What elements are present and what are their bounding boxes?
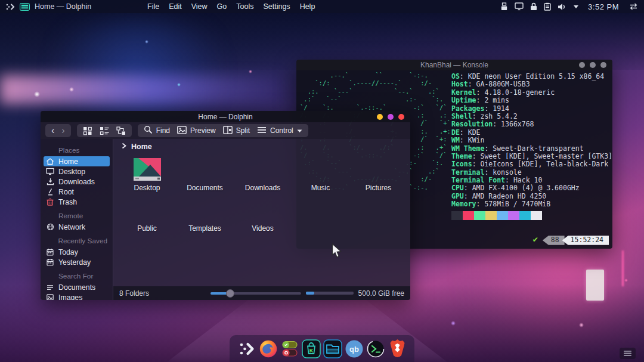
folder-view[interactable]: Home Desktop Documents [113, 139, 410, 300]
hamburger-icon [257, 126, 267, 135]
dock-item-discover[interactable]: K [301, 337, 321, 361]
control-button[interactable]: Control [257, 126, 302, 135]
dock-item-file-manager[interactable] [323, 337, 343, 361]
back-button[interactable]: ‹ [51, 126, 54, 135]
tree-view-button[interactable] [116, 126, 126, 135]
tray-item-volume[interactable] [558, 3, 566, 11]
menu-help[interactable]: Help [300, 2, 315, 11]
dolphin-window-button[interactable] [398, 114, 404, 120]
tray-item-tray-expand[interactable] [573, 4, 579, 9]
konsole-window-button[interactable] [579, 62, 585, 68]
palette-swatch [497, 211, 508, 220]
dock-item-app-launcher[interactable] [237, 337, 257, 361]
clock[interactable]: 3:52 PM [588, 2, 619, 11]
dolphin-titlebar[interactable]: Home — Dolphin [41, 111, 410, 122]
dolphin-app-icon[interactable] [20, 3, 30, 11]
sidebar-yesterday[interactable]: Yesterday [44, 257, 110, 267]
doc-lines-icon [46, 284, 54, 291]
find-button[interactable]: Find [144, 125, 170, 136]
dock-item-firefox[interactable] [258, 337, 278, 361]
network-globe-icon [46, 223, 54, 231]
folder-item-pictures[interactable]: Pictures [349, 156, 407, 196]
palette-swatch [531, 211, 542, 220]
folder-item-downloads[interactable]: Downloads [234, 156, 292, 196]
tray-item-clipboard[interactable] [544, 2, 551, 11]
icons-view-button[interactable] [83, 126, 92, 135]
sidebar-root[interactable]: Root [44, 187, 110, 197]
konsole-window-button[interactable] [600, 62, 606, 68]
nav-buttons-group: ‹ › [45, 124, 71, 137]
free-space-label: 500.0 GiB free [358, 289, 404, 298]
konsole-window-button[interactable] [590, 62, 596, 68]
toolbox-lines-icon [623, 350, 632, 357]
folder-item-desktop[interactable]: Desktop [118, 156, 176, 196]
dock-item-konsole[interactable] [366, 337, 386, 361]
capacity-bar [306, 292, 354, 295]
sidebar-desktop[interactable]: Desktop [44, 166, 110, 177]
folder-item-videos[interactable]: Videos [234, 196, 292, 237]
sidebar-documents[interactable]: Documents [44, 282, 110, 292]
neofetch-line-gpu: GPU: AMD Radeon HD 4250 [451, 193, 612, 200]
split-button[interactable]: Split [223, 126, 250, 136]
breadcrumb-location[interactable]: Home [131, 143, 152, 151]
calendar-icon [46, 258, 54, 266]
dolphin-window-button[interactable] [377, 114, 383, 120]
neofetch-line-theme: Theme: Sweet [KDE], Sweet-master [GTK3] [451, 153, 612, 160]
neofetch-line-memory: Memory: 578MiB / 7470MiB [451, 200, 612, 208]
neofetch-line-wm: WM: KWin [451, 137, 612, 144]
zoom-slider-knob[interactable] [226, 289, 234, 298]
preview-button[interactable]: Preview [177, 126, 216, 136]
tray-item-lock[interactable] [530, 2, 537, 11]
folder-item-templates[interactable]: Templates [176, 196, 234, 237]
dolphin-window-button[interactable] [388, 114, 394, 120]
konsole-title: KhanBhai — Konsole [420, 61, 488, 69]
dock-item-brave[interactable] [387, 337, 407, 361]
removable-device-icon [500, 2, 508, 11]
zoom-slider[interactable] [210, 289, 301, 298]
neofetch-line-terminal: Terminal: konsole [451, 169, 612, 177]
forward-button[interactable]: › [61, 126, 64, 135]
sidebar-network[interactable]: Network [44, 222, 110, 232]
panel-toggle-icon[interactable] [629, 3, 638, 10]
toggles-icon [280, 340, 299, 358]
tray-item-removable-device[interactable] [500, 2, 508, 11]
dock-item-qbittorrent[interactable]: qb [344, 337, 364, 361]
kde-launcher-icon[interactable] [6, 3, 15, 11]
folder-item-public[interactable]: Public [118, 196, 176, 237]
neofetch-line-shell: Shell: zsh 5.4.2 [451, 113, 612, 120]
breadcrumb: Home [113, 139, 410, 152]
wallpaper-neon-line [622, 250, 624, 286]
sidebar-recently-saved: Recently Saved [44, 237, 110, 245]
sidebar-home[interactable]: Home [44, 156, 110, 166]
zsh-right-prompt: ✔ 88 15:52:24 [532, 236, 609, 245]
desktop-icon [46, 168, 54, 175]
neofetch-line-wm-theme: WM Theme: Sweet-Dark-transparent [451, 145, 612, 153]
details-view-button[interactable] [100, 126, 109, 135]
folder-item-music[interactable]: Music [292, 156, 349, 196]
sidebar-downloads[interactable]: Downloads [44, 177, 110, 187]
menu-go[interactable]: Go [217, 2, 227, 11]
sidebar-images[interactable]: Images [44, 292, 110, 300]
mouse-cursor [332, 243, 342, 261]
menu-tools[interactable]: Tools [236, 2, 253, 11]
app-launcher-icon [238, 340, 256, 358]
menu-file[interactable]: File [147, 2, 159, 11]
desktop-toolbox-button[interactable] [620, 348, 636, 359]
home-icon [46, 157, 54, 165]
menu-view[interactable]: View [191, 2, 208, 11]
neofetch-info: OS: KDE neon User Edition 5.15 x86_64 Ho… [451, 73, 612, 209]
preview-icon [177, 126, 187, 136]
top-panel: Home — Dolphin File Edit View Go Tools S… [0, 0, 644, 13]
tray-item-network[interactable] [515, 2, 524, 11]
image-small-icon [46, 294, 54, 300]
sidebar-trash[interactable]: Trash [44, 197, 110, 207]
folder-item-documents[interactable]: Documents [176, 156, 234, 196]
menu-settings[interactable]: Settings [263, 2, 290, 11]
konsole-titlebar[interactable]: KhanBhai — Konsole [296, 60, 612, 70]
sidebar-today[interactable]: Today [44, 247, 110, 257]
chevron-down-icon [297, 126, 302, 135]
menu-edit[interactable]: Edit [169, 2, 182, 11]
dock-item-toggles[interactable] [280, 337, 300, 361]
split-icon [223, 126, 233, 136]
places-panel: Places Home Desktop Downloads [41, 139, 113, 300]
